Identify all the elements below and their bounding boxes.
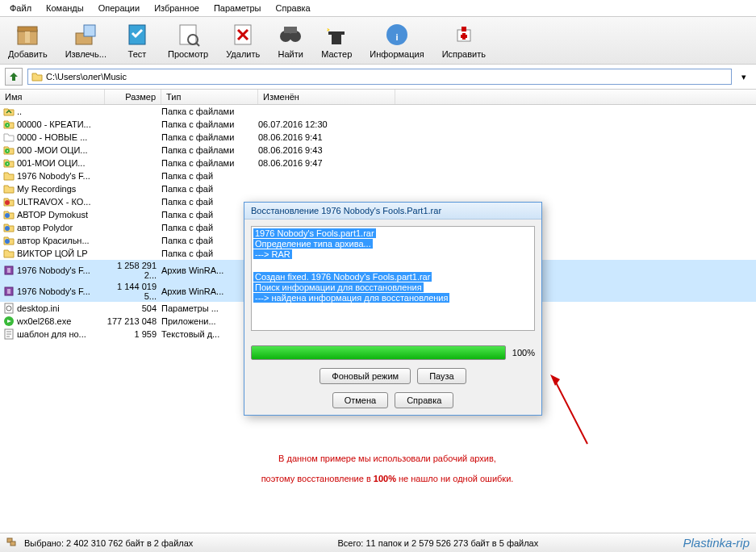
- file-name: 1976 Nobody's F...: [17, 286, 90, 296]
- menu-params[interactable]: Параметры: [207, 2, 268, 15]
- svg-line-8: [196, 43, 199, 46]
- file-row[interactable]: 00000 - КРЕАТИ...Папка с файлами06.07.20…: [0, 118, 756, 131]
- file-type: Папка с файлами: [161, 145, 258, 155]
- file-size: 1 959: [105, 329, 161, 339]
- path-text: C:\Users\олег\Music: [46, 72, 127, 82]
- background-button[interactable]: Фоновый режим: [320, 368, 411, 384]
- log-line: [253, 260, 257, 270]
- up-button[interactable]: [5, 68, 23, 86]
- fold-b-icon: [3, 209, 15, 220]
- file-name: 001-МОИ ОЦИ...: [17, 158, 85, 168]
- file-name: АВТОР Dymokust: [17, 210, 88, 220]
- file-modified: 08.06.2016 9:43: [258, 145, 395, 155]
- file-type: Папка с фай: [161, 171, 258, 181]
- watermark: Plastinka-rip: [683, 536, 750, 550]
- log-line: Поиск информации для восстановления: [253, 282, 424, 292]
- svg-rect-15: [332, 33, 341, 44]
- menu-help[interactable]: Справка: [269, 2, 317, 15]
- svg-rect-31: [7, 268, 10, 273]
- svg-rect-1: [18, 27, 37, 31]
- extract-icon: [73, 22, 98, 48]
- selection-icon: [6, 537, 19, 549]
- file-name: My Recordings: [17, 184, 76, 194]
- file-size: 1 144 019 5...: [105, 282, 161, 301]
- help-button[interactable]: Справка: [395, 392, 453, 408]
- col-name[interactable]: Имя: [0, 90, 105, 104]
- menu-favorites[interactable]: Избранное: [148, 2, 206, 15]
- file-row[interactable]: 1976 Nobody's F...Папка с фай: [0, 169, 756, 182]
- file-row[interactable]: ..Папка с файлами: [0, 105, 756, 118]
- svg-point-26: [5, 200, 10, 205]
- fold-g-icon: [3, 119, 15, 130]
- file-name: 1976 Nobody's F...: [17, 266, 90, 275]
- menu-commands[interactable]: Команды: [40, 2, 90, 15]
- test-button[interactable]: Тест: [123, 20, 152, 61]
- cancel-button[interactable]: Отмена: [332, 392, 388, 408]
- file-type: Папка с фай: [161, 184, 258, 194]
- test-icon: [124, 22, 150, 48]
- txt-icon: [3, 328, 15, 340]
- delete-button[interactable]: Удалить: [224, 20, 261, 61]
- archive-add-icon: [15, 22, 40, 48]
- file-size: 1 258 291 2...: [105, 261, 161, 280]
- file-row[interactable]: 0000 - НОВЫЕ ...Папка с файлами08.06.201…: [0, 131, 756, 144]
- view-icon: [175, 22, 201, 48]
- extract-button[interactable]: Извлечь...: [64, 20, 108, 61]
- wizard-icon: [324, 22, 349, 48]
- fold-g-icon: [3, 157, 15, 169]
- file-name: автор Polydor: [17, 223, 73, 232]
- exe-icon: [3, 316, 15, 327]
- file-type: Папка с файлами: [161, 107, 258, 116]
- svg-rect-2: [25, 31, 30, 43]
- file-modified: 08.06.2016 9:47: [258, 158, 395, 168]
- fold-r-icon: [3, 196, 15, 207]
- file-type: Папка с файлами: [161, 132, 258, 142]
- pause-button[interactable]: Пауза: [417, 368, 466, 384]
- fold-b-icon: [3, 222, 15, 233]
- view-button[interactable]: Просмотр: [166, 20, 210, 61]
- file-name: desktop.ini: [17, 303, 60, 313]
- file-name: ULTRAVOX - КО...: [17, 197, 90, 207]
- file-name: 00000 - КРЕАТИ...: [17, 119, 91, 129]
- dropdown-chevron-icon[interactable]: ▾: [737, 72, 751, 82]
- file-modified: 06.07.2016 12:30: [258, 119, 395, 129]
- wizard-button[interactable]: Мастер: [320, 20, 353, 61]
- file-name: 0000 - НОВЫЕ ...: [17, 132, 87, 142]
- file-row[interactable]: My RecordingsПапка с фай: [0, 182, 756, 195]
- svg-rect-33: [7, 289, 10, 294]
- col-modified[interactable]: Изменён: [258, 90, 395, 104]
- dialog-title: Восстановление 1976 Nobody's Fools.Part1…: [244, 203, 541, 220]
- up-icon: [3, 106, 15, 117]
- col-type[interactable]: Тип: [161, 90, 258, 104]
- log-line: 1976 Nobody's Fools.part1.rar: [253, 228, 376, 238]
- menu-operations[interactable]: Операции: [92, 2, 146, 15]
- find-button[interactable]: Найти: [276, 20, 305, 61]
- add-button[interactable]: Добавить: [6, 20, 49, 61]
- menu-file[interactable]: Файл: [3, 2, 38, 15]
- file-type: Папка с файлами: [161, 158, 258, 168]
- progress-percent: 100%: [512, 348, 535, 358]
- file-name: 1976 Nobody's F...: [17, 171, 90, 181]
- file-row[interactable]: 000 -МОИ ОЦИ...Папка с файлами08.06.2016…: [0, 144, 756, 157]
- delete-icon: [230, 22, 256, 48]
- fold-b-icon: [3, 235, 15, 246]
- info-button[interactable]: i Информация: [368, 20, 425, 61]
- path-field[interactable]: C:\Users\олег\Music: [27, 69, 732, 85]
- repair-button[interactable]: Исправить: [441, 20, 487, 61]
- repair-dialog: Восстановление 1976 Nobody's Fools.Part1…: [244, 202, 542, 416]
- svg-rect-44: [10, 542, 15, 546]
- file-modified: 08.06.2016 9:41: [258, 132, 395, 142]
- file-type: Папка с файлами: [161, 119, 258, 129]
- ini-icon: [3, 303, 15, 314]
- file-row[interactable]: 001-МОИ ОЦИ...Папка с файлами08.06.2016 …: [0, 157, 756, 169]
- svg-point-27: [5, 213, 10, 218]
- status-left: Выбрано: 2 402 310 762 байт в 2 файлах: [24, 538, 193, 548]
- folder-icon: [31, 71, 43, 82]
- file-name: автор Красильн...: [17, 236, 90, 245]
- repair-icon: [451, 22, 477, 48]
- col-size[interactable]: Размер: [105, 90, 161, 104]
- fold-icon: [3, 170, 15, 182]
- info-icon: i: [384, 22, 410, 48]
- address-bar: C:\Users\олег\Music ▾: [0, 65, 756, 90]
- menu-bar: Файл Команды Операции Избранное Параметр…: [0, 0, 756, 17]
